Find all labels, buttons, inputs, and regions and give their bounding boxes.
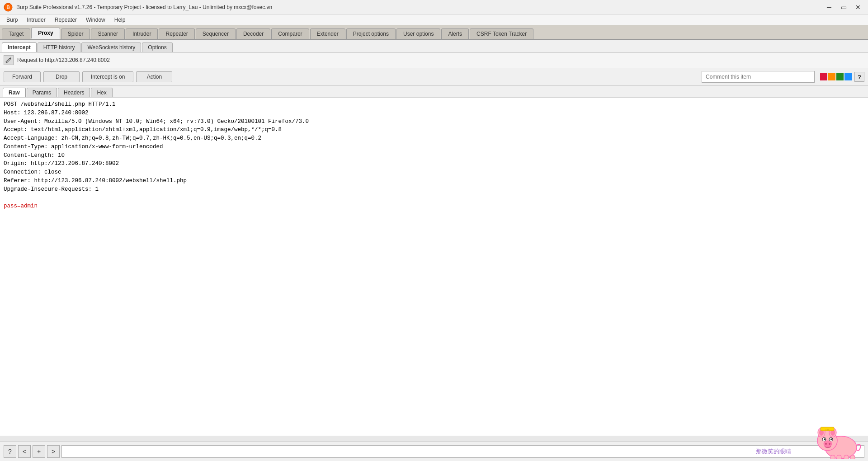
menu-intruder[interactable]: Intruder bbox=[22, 16, 50, 24]
sub-tab-intercept[interactable]: Intercept bbox=[2, 42, 37, 52]
svg-point-14 bbox=[824, 441, 832, 447]
svg-text:B: B bbox=[6, 5, 9, 10]
tab-decoder[interactable]: Decoder bbox=[236, 28, 270, 39]
request-body[interactable]: POST /webshell/shell.php HTTP/1.1 Host: … bbox=[0, 98, 868, 436]
tab-proxy[interactable]: Proxy bbox=[31, 28, 60, 39]
request-url: Request to http://123.206.87.240:8002 bbox=[17, 57, 110, 63]
action-bar: Forward Drop Intercept is on Action ? bbox=[0, 68, 868, 86]
forward-nav-button[interactable]: > bbox=[47, 445, 60, 458]
pig-decoration: ♦♦♦ bbox=[807, 423, 866, 459]
close-button[interactable]: ✕ bbox=[852, 2, 864, 12]
bottom-bar: ? < + > 那微笑的眼睛 bbox=[0, 441, 868, 461]
tab-repeater[interactable]: Repeater bbox=[159, 28, 194, 39]
color-orange[interactable] bbox=[828, 73, 835, 80]
color-red[interactable] bbox=[820, 73, 827, 80]
minimize-button[interactable]: ─ bbox=[823, 2, 835, 12]
tab-alerts[interactable]: Alerts bbox=[441, 28, 469, 39]
title-text: Burp Suite Professional v1.7.26 - Tempor… bbox=[16, 4, 272, 10]
color-green[interactable] bbox=[836, 73, 844, 80]
edit-icon bbox=[4, 55, 14, 65]
back-button[interactable]: < bbox=[18, 445, 31, 458]
decorative-text: 那微笑的眼睛 bbox=[756, 447, 791, 456]
bottom-search-input[interactable] bbox=[61, 445, 864, 458]
svg-point-16 bbox=[829, 443, 830, 445]
add-button[interactable]: + bbox=[33, 445, 45, 458]
help-button-bottom[interactable]: ? bbox=[4, 445, 16, 458]
tab-sequencer[interactable]: Sequencer bbox=[196, 28, 236, 39]
svg-text:♦♦♦: ♦♦♦ bbox=[825, 428, 829, 431]
svg-rect-19 bbox=[844, 455, 849, 459]
tab-user-options[interactable]: User options bbox=[396, 28, 440, 39]
svg-rect-17 bbox=[830, 455, 835, 459]
menu-repeater[interactable]: Repeater bbox=[50, 16, 81, 24]
menu-help[interactable]: Help bbox=[110, 16, 130, 24]
action-button[interactable]: Action bbox=[136, 71, 172, 82]
tab-project-options[interactable]: Project options bbox=[346, 28, 396, 39]
tab-csrf-token-tracker[interactable]: CSRF Token Tracker bbox=[470, 28, 533, 39]
app-icon: B bbox=[4, 3, 13, 12]
content-tab-headers[interactable]: Headers bbox=[58, 88, 90, 97]
svg-point-15 bbox=[825, 443, 827, 445]
color-blue[interactable] bbox=[844, 73, 852, 80]
title-bar-controls: ─ ▭ ✕ bbox=[823, 2, 864, 12]
forward-button[interactable]: Forward bbox=[4, 71, 41, 82]
menu-window[interactable]: Window bbox=[81, 16, 110, 24]
tab-target[interactable]: Target bbox=[2, 28, 30, 39]
svg-rect-20 bbox=[850, 455, 855, 459]
svg-rect-18 bbox=[837, 455, 841, 459]
pencil-icon bbox=[5, 57, 12, 63]
title-bar-left: B Burp Suite Professional v1.7.26 - Temp… bbox=[4, 3, 272, 12]
sub-tab-bar: Intercept HTTP history WebSockets histor… bbox=[0, 40, 868, 52]
help-button-top[interactable]: ? bbox=[854, 72, 864, 82]
request-wrapper: POST /webshell/shell.php HTTP/1.1 Host: … bbox=[0, 98, 868, 436]
drop-button[interactable]: Drop bbox=[43, 71, 80, 82]
content-tab-params[interactable]: Params bbox=[27, 88, 57, 97]
maximize-button[interactable]: ▭ bbox=[837, 2, 850, 12]
content-tab-raw[interactable]: Raw bbox=[3, 88, 26, 97]
intercept-panel: Request to http://123.206.87.240:8002 bbox=[0, 52, 868, 68]
sub-tab-websockets-history[interactable]: WebSockets history bbox=[81, 42, 141, 52]
menu-bar: Burp Intruder Repeater Window Help bbox=[0, 14, 868, 25]
menu-burp[interactable]: Burp bbox=[2, 16, 22, 24]
svg-point-13 bbox=[831, 438, 832, 439]
tab-comparer[interactable]: Comparer bbox=[271, 28, 309, 39]
sub-tab-options[interactable]: Options bbox=[142, 42, 172, 52]
color-squares bbox=[820, 73, 852, 80]
intercept-toggle-button[interactable]: Intercept is on bbox=[82, 71, 133, 82]
comment-input[interactable] bbox=[702, 71, 815, 83]
tab-intruder[interactable]: Intruder bbox=[126, 28, 158, 39]
tab-spider[interactable]: Spider bbox=[61, 28, 90, 39]
main-tab-bar: Target Proxy Spider Scanner Intruder Rep… bbox=[0, 25, 868, 40]
sub-tab-http-history[interactable]: HTTP history bbox=[38, 42, 81, 52]
tab-scanner[interactable]: Scanner bbox=[91, 28, 125, 39]
svg-point-10 bbox=[825, 438, 826, 439]
content-tab-hex[interactable]: Hex bbox=[91, 88, 112, 97]
title-bar: B Burp Suite Professional v1.7.26 - Temp… bbox=[0, 0, 868, 14]
tab-extender[interactable]: Extender bbox=[310, 28, 345, 39]
content-tab-bar: Raw Params Headers Hex bbox=[0, 86, 868, 98]
pig-character: ♦♦♦ bbox=[807, 423, 866, 459]
